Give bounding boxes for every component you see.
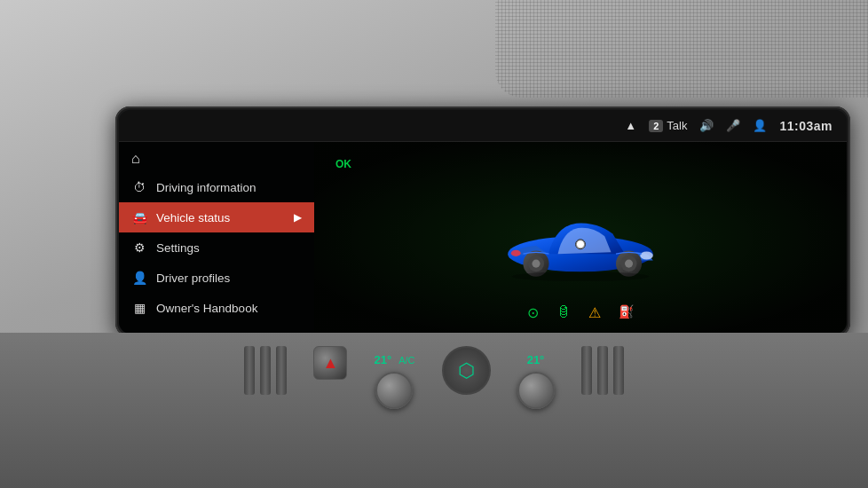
svg-point-7 [625,260,633,268]
vehicle-status-icon: 🚘 [131,210,147,224]
vent-slat [581,346,592,395]
cup-icon: ⬡ [458,359,475,382]
hazard-triangle-icon: ▲ [323,354,339,373]
driver-profiles-label: Driver profiles [156,272,230,285]
driving-info-label: Driving information [156,181,256,194]
speaker-grille [495,0,868,98]
warning-triangle-icon: ⚠ [588,304,601,321]
settings-icon: ⚙ [131,240,147,255]
phone-icon-container[interactable]: 👤 [753,119,767,132]
menu-arrow-icon: ▶ [294,211,302,224]
dashboard: ▲ 2 Talk 🔊 🎤 👤 11:03am [0,0,868,488]
volume-icon: 🔊 [699,119,714,132]
talk-label: Talk [667,119,687,132]
vent-slat [597,346,608,395]
ok-status-label: OK [335,158,351,170]
menu-item-driver-profiles[interactable]: 👤 Driver profiles [119,263,314,293]
climate-display-left: 21° A/C [374,353,414,366]
vent-knob-left[interactable] [375,372,413,409]
owners-handbook-label: Owner's Handbook [156,302,257,315]
ac-label-left: A/C [398,355,414,366]
main-content: ⌂ ⏱ Driving information 🚘 Vehicle status… [119,142,847,334]
car-container [492,189,669,287]
home-icon-bar[interactable]: ⌂ [119,147,314,172]
status-bar: ▲ 2 Talk 🔊 🎤 👤 11:03am [119,110,847,142]
vent-slat [260,346,271,395]
vehicle-status-label: Vehicle status [156,211,230,224]
settings-label: Settings [156,241,200,255]
menu-item-owners-handbook[interactable]: ▦ Owner's Handbook [119,293,314,323]
time-display: 11:03am [779,119,832,133]
oil-level-icon-item: 🛢 [556,304,571,321]
hazard-button[interactable]: ▲ [313,346,347,380]
menu-item-settings[interactable]: ⚙ Settings [119,232,314,263]
tpms-icon: ⊙ [527,304,539,321]
scroll-up-indicator[interactable]: ▲ [625,119,636,132]
temperature-left: 21° [374,353,391,366]
climate-display-right: 21° [527,353,545,366]
handbook-icon: ▦ [131,301,147,315]
menu-panel: ⌂ ⏱ Driving information 🚘 Vehicle status… [119,142,314,334]
menu-item-vehicle-status[interactable]: 🚘 Vehicle status ▶ [119,202,314,232]
mic-icon-container[interactable]: 🎤 [726,119,740,132]
phone-icon: 👤 [753,119,767,132]
vent-right [581,346,624,395]
home-icon: ⌂ [131,151,140,167]
vehicle-area: OK [314,142,847,334]
chevron-up-icon: ▲ [625,119,636,132]
menu-item-driving-info[interactable]: ⏱ Driving information [119,172,314,202]
svg-point-10 [532,260,540,268]
screen-bezel: ▲ 2 Talk 🔊 🎤 👤 11:03am [115,106,850,337]
oil-icon: 🛢 [556,304,571,320]
svg-point-2 [511,250,521,256]
car-image [492,189,669,287]
microphone-icon: 🎤 [726,119,740,132]
dash-lower: ▲ 21° A/C ⬡ 21° [0,333,868,488]
vent-knob-right[interactable] [517,372,555,409]
driving-info-icon: ⏱ [131,180,147,194]
warning-icon-item: ⚠ [588,304,601,321]
status-icons: ⊙ 🛢 ⚠ ⛽ [314,304,847,321]
volume-icon-container[interactable]: 🔊 [699,119,714,132]
screen: ▲ 2 Talk 🔊 🎤 👤 11:03am [119,110,847,334]
vent-slat [276,346,287,395]
vent-left [244,346,287,395]
tpms-icon-item: ⊙ [527,304,539,321]
fuel-icon: ⛽ [619,304,634,319]
talk-number-badge: 2 [649,120,663,132]
temperature-right: 21° [527,353,545,366]
talk-badge-container: 2 Talk [649,119,687,132]
driver-profiles-icon: 👤 [131,271,147,285]
cup-holder: ⬡ [442,346,491,395]
vent-slat [244,346,255,395]
svg-point-11 [512,272,650,281]
svg-point-1 [640,251,653,259]
svg-point-3 [576,240,586,249]
vent-slat [613,346,624,395]
fuel-icon-item: ⛽ [619,304,634,321]
